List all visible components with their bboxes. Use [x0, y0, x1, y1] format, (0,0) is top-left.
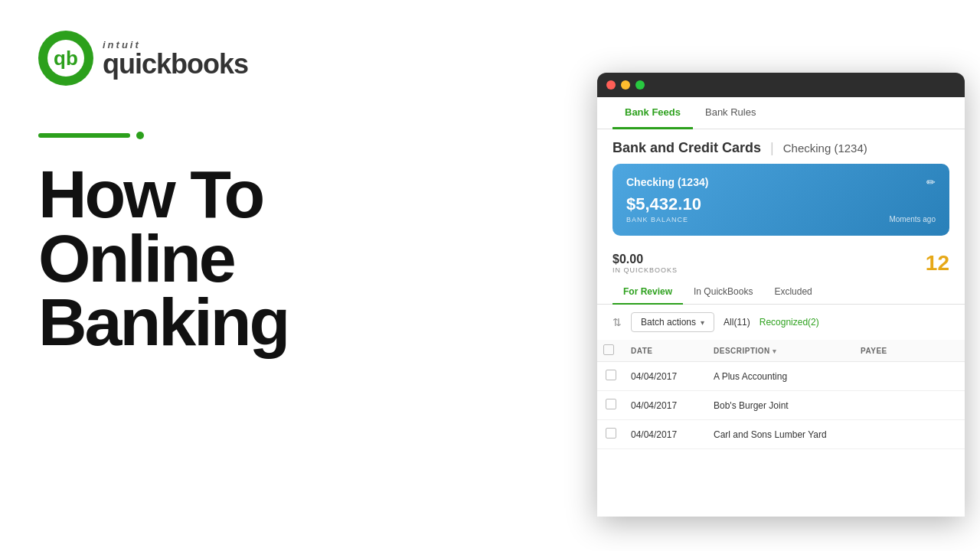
- sort-icon: ⇅: [612, 316, 622, 328]
- browser-window: Bank Feeds Bank Rules Bank and Credit Ca…: [597, 73, 965, 517]
- tab-for-review[interactable]: For Review: [612, 280, 683, 305]
- header-title: Bank and Credit Cards: [612, 140, 761, 156]
- traffic-light-close[interactable]: [606, 80, 616, 90]
- hero-text: How To Online Banking: [38, 162, 559, 354]
- cell-payee: [854, 420, 965, 449]
- card-title: Checking (1234): [626, 176, 708, 188]
- cell-date: 04/04/2017: [625, 391, 707, 420]
- qb-balance-row: $0.00 IN QUICKBOOKS 12: [597, 243, 965, 280]
- app-header: Bank and Credit Cards | Checking (1234): [597, 129, 965, 164]
- cell-payee: [854, 391, 965, 420]
- transactions-table: DATE DESCRIPTION ▾ PAYEE 04: [597, 340, 965, 449]
- header-subtitle: Checking (1234): [783, 142, 867, 155]
- svg-text:qb: qb: [54, 47, 78, 70]
- tab-bank-rules[interactable]: Bank Rules: [693, 97, 768, 129]
- col-header-description[interactable]: DESCRIPTION ▾: [707, 340, 854, 362]
- hero-line1: How To: [38, 162, 559, 227]
- row-checkbox[interactable]: [606, 428, 616, 439]
- table-row: 04/04/2017 Carl and Sons Lumber Yard: [597, 420, 965, 449]
- edit-icon[interactable]: ✏: [926, 176, 936, 188]
- timestamp-label: Moments ago: [889, 215, 936, 223]
- row-checkbox[interactable]: [606, 370, 616, 380]
- bank-card: Checking (1234) ✏ $5,432.10 BANK BALANCE…: [612, 164, 949, 236]
- col-header-date: DATE: [625, 340, 707, 362]
- traffic-light-maximize[interactable]: [635, 80, 645, 90]
- transaction-count: 12: [926, 251, 949, 276]
- select-all-checkbox[interactable]: [603, 344, 614, 355]
- qb-balance-amount: $0.00: [612, 253, 678, 266]
- green-dot: [136, 132, 144, 139]
- cell-date: 04/04/2017: [625, 362, 707, 391]
- qb-balance-label: IN QUICKBOOKS: [612, 266, 678, 274]
- quickbooks-label: quickbooks: [103, 51, 248, 78]
- table-row: 04/04/2017 Bob's Burger Joint: [597, 391, 965, 420]
- col-header-payee: PAYEE: [854, 340, 965, 362]
- chevron-down-icon: ▾: [701, 318, 704, 327]
- cell-date: 04/04/2017: [625, 420, 707, 449]
- filter-recognized[interactable]: Recognized(2): [760, 317, 819, 328]
- cell-description: A Plus Accounting: [707, 362, 854, 391]
- cell-description: Bob's Burger Joint: [707, 391, 854, 420]
- logo-text: intuit quickbooks: [103, 39, 248, 78]
- bank-balance-amount: $5,432.10: [626, 194, 701, 214]
- left-panel: qb intuit quickbooks How To Online Banki…: [0, 0, 597, 551]
- tab-bank-feeds[interactable]: Bank Feeds: [612, 97, 693, 129]
- logo-area: qb intuit quickbooks: [38, 31, 559, 86]
- cell-description: Carl and Sons Lumber Yard: [707, 420, 854, 449]
- browser-titlebar: [597, 73, 965, 97]
- bank-balance-label: BANK BALANCE: [626, 216, 701, 223]
- tab-excluded[interactable]: Excluded: [763, 280, 822, 305]
- secondary-tabs: For Review In QuickBooks Excluded: [597, 280, 965, 305]
- right-panel: Bank Feeds Bank Rules Bank and Credit Ca…: [597, 0, 980, 551]
- cell-payee: [854, 362, 965, 391]
- sort-arrow-icon: ▾: [773, 347, 777, 355]
- batch-actions-button[interactable]: Batch actions ▾: [631, 312, 714, 332]
- hero-line3: Banking: [38, 290, 559, 354]
- accent-line: [38, 132, 559, 139]
- hero-line2: Online: [38, 227, 559, 291]
- tab-in-quickbooks[interactable]: In QuickBooks: [683, 280, 763, 305]
- filter-all[interactable]: All(11): [724, 317, 750, 328]
- qb-logo-icon: qb: [38, 31, 93, 86]
- actions-bar: ⇅ Batch actions ▾ All(11) Recognized(2): [597, 305, 965, 340]
- row-checkbox[interactable]: [606, 399, 616, 409]
- batch-actions-label: Batch actions: [641, 317, 696, 328]
- green-bar: [38, 133, 130, 138]
- table-row: 04/04/2017 A Plus Accounting: [597, 362, 965, 391]
- traffic-light-minimize[interactable]: [621, 80, 630, 90]
- browser-content: Bank Feeds Bank Rules Bank and Credit Ca…: [597, 97, 965, 517]
- main-tabs: Bank Feeds Bank Rules: [597, 97, 965, 129]
